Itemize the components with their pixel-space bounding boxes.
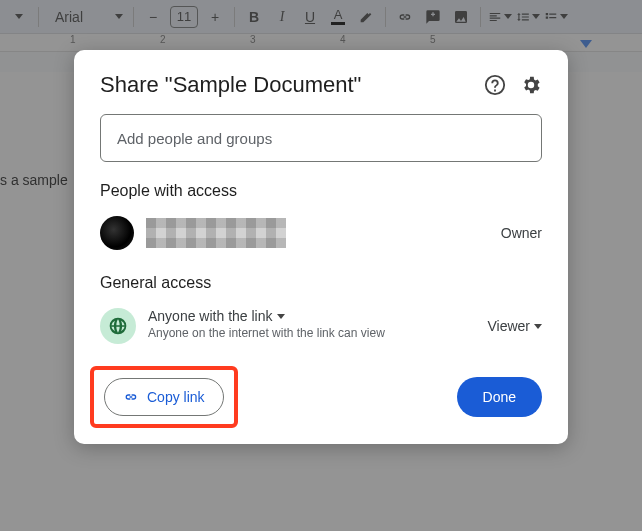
done-button[interactable]: Done — [457, 377, 542, 417]
settings-button[interactable] — [520, 74, 542, 96]
dialog-title: Share "Sample Document" — [100, 72, 361, 98]
access-role-label: Viewer — [487, 318, 530, 334]
access-scope-dropdown[interactable]: Anyone with the link — [148, 308, 385, 324]
copy-link-button[interactable]: Copy link — [104, 378, 224, 416]
access-description: Anyone on the internet with the link can… — [148, 326, 385, 340]
add-people-input[interactable] — [100, 114, 542, 162]
help-button[interactable] — [484, 74, 506, 96]
copy-link-highlight: Copy link — [90, 366, 238, 428]
access-scope-label: Anyone with the link — [148, 308, 273, 324]
globe-icon — [108, 316, 128, 336]
link-icon — [123, 389, 139, 405]
copy-link-label: Copy link — [147, 389, 205, 405]
people-with-access-heading: People with access — [100, 182, 542, 200]
avatar — [100, 216, 134, 250]
owner-role-label: Owner — [501, 225, 542, 241]
gear-icon — [520, 74, 542, 96]
help-icon — [484, 74, 506, 96]
share-dialog: Share "Sample Document" People with acce… — [74, 50, 568, 444]
owner-name-redacted — [146, 218, 286, 248]
public-access-badge — [100, 308, 136, 344]
owner-row: Owner — [100, 212, 542, 254]
chevron-down-icon — [277, 314, 285, 319]
access-role-dropdown[interactable]: Viewer — [487, 318, 542, 334]
modal-overlay: Share "Sample Document" People with acce… — [0, 0, 642, 531]
general-access-heading: General access — [100, 274, 542, 292]
chevron-down-icon — [534, 324, 542, 329]
